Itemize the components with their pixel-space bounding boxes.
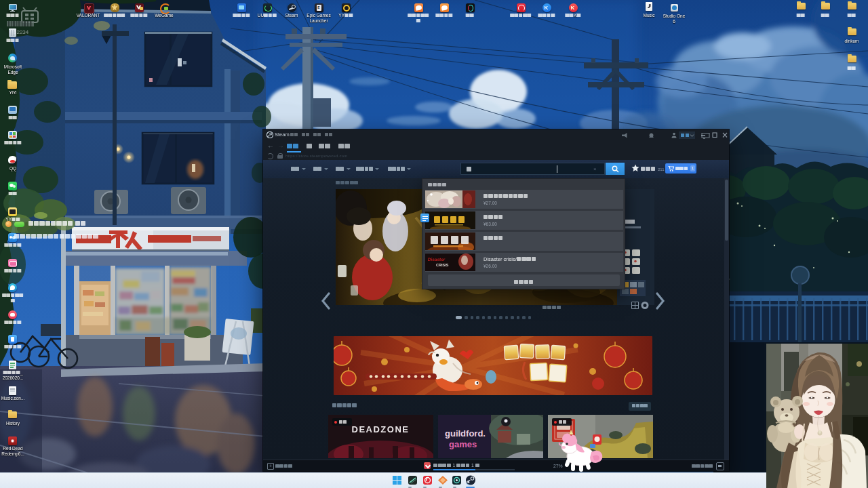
svg-text:CRISIS: CRISIS xyxy=(436,263,449,267)
svg-text:Disaster: Disaster xyxy=(427,257,446,262)
svg-text:games: games xyxy=(449,439,477,449)
svg-text:32234: 32234 xyxy=(14,29,29,35)
svg-text:DEADZONE: DEADZONE xyxy=(352,424,410,434)
svg-text:guildford.: guildford. xyxy=(445,428,486,439)
